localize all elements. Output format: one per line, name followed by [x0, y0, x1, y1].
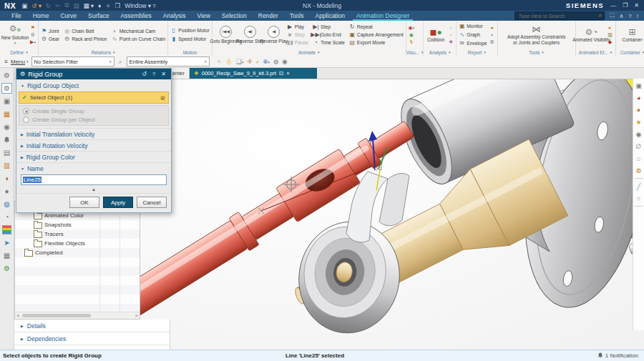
point-curve-chain-button[interactable]: ∿Point on Curve Chain [112, 35, 166, 43]
section-rigid-group-object[interactable]: ▼Rigid Group Object [16, 79, 171, 91]
zoom-icon[interactable]: ⌕ [256, 58, 260, 66]
tab-analysis[interactable]: Analysis [157, 11, 192, 21]
visu-path-icon[interactable]: ↯ [409, 39, 414, 45]
mic-icon[interactable]: ♦ [98, 2, 101, 9]
capture-arrangement-button[interactable]: ▣Capture Arrangement [349, 31, 404, 39]
analysis-c-icon[interactable]: ❖ [448, 39, 454, 45]
shade-icon[interactable]: ◉ [282, 58, 287, 65]
palette-icon[interactable] [1, 224, 12, 235]
tab-render[interactable]: Render [253, 11, 284, 21]
anim-ef-a-icon[interactable]: ▸ [608, 25, 613, 31]
visu-trace-icon[interactable]: ◉ [409, 32, 414, 38]
help-icon[interactable]: ? [628, 13, 631, 19]
tree-horizontal-scrollbar[interactable]: < > [15, 312, 140, 319]
cancel-button[interactable]: Cancel [137, 197, 167, 208]
drop-icon[interactable]: ● [634, 105, 643, 114]
tab-close-icon[interactable]: × [286, 70, 289, 76]
window-layout-icon[interactable]: ❒ [115, 2, 121, 9]
visu-spin-icon[interactable]: ◉▾ [409, 25, 414, 31]
cut-icon[interactable]: ✂ [55, 2, 60, 9]
highlight-icon[interactable]: ✦ [217, 58, 222, 65]
point-target-icon[interactable]: ⊕ [160, 94, 165, 102]
line-tool-icon[interactable]: ╱ [634, 182, 643, 191]
dialog-collapse-handle[interactable]: ▲ [16, 187, 171, 193]
export-movie-button[interactable]: ▤Export Movie [349, 39, 404, 46]
checker-icon[interactable]: ▦ [1, 250, 12, 261]
ok-button[interactable]: OK [69, 197, 99, 208]
notification-area[interactable]: 1 Notification [597, 352, 644, 359]
dialog-close-icon[interactable]: ✕ [160, 71, 167, 77]
select-object-row[interactable]: ✓ Select Object (1) ⊕ [19, 92, 169, 104]
pin-icon[interactable]: ⊡ [279, 70, 283, 76]
scope-icon[interactable]: ⌕ [117, 59, 124, 65]
tab-selection[interactable]: Selection [216, 11, 253, 21]
dialog-reset-icon[interactable]: ↺ [140, 71, 148, 77]
step-button[interactable]: ▶|Step [313, 23, 345, 31]
gear-add-icon[interactable]: ⚙ [634, 166, 643, 175]
define-flag-icon[interactable]: ⚑ [30, 25, 36, 31]
scroll-right-icon[interactable]: > [133, 313, 140, 318]
tree-item-flexible-objects[interactable]: Flexible Objects [15, 239, 140, 248]
name-input[interactable]: Line25 [21, 174, 167, 185]
scroll-thumb[interactable] [22, 314, 91, 317]
report-a-icon[interactable]: ● [489, 25, 495, 31]
tree-item-tracers[interactable]: Tracers [15, 229, 140, 239]
tab-tools[interactable]: Tools [284, 11, 310, 21]
selection-scope-combo[interactable]: Entire Assembly▾ [127, 56, 210, 66]
filter-face-icon[interactable]: ❑▾ [236, 58, 243, 65]
section-initial-rotation-velocity[interactable]: ▶Initial Rotation Velocity [16, 139, 171, 151]
create-single-group-radio[interactable]: Create Single Group [23, 108, 165, 114]
search-icon[interactable]: ⌕ [598, 12, 601, 19]
eye-off-icon[interactable]: ∅ [634, 142, 643, 151]
globe-icon[interactable]: ◍ [1, 199, 12, 209]
pause-button[interactable]: ▮▮Pause [287, 39, 308, 46]
envelope-button[interactable]: ✉Envelope [459, 39, 487, 47]
part-tool-icon[interactable]: ▣ [634, 81, 643, 90]
container-button[interactable]: ⊞ Container [618, 28, 644, 42]
anim-ef-b-icon[interactable]: ▥ [608, 32, 613, 38]
minimize-ribbon-icon[interactable]: ∧ [619, 13, 623, 19]
tab-file[interactable]: File [6, 11, 27, 21]
repeat-button[interactable]: ↻Repeat [349, 23, 404, 31]
define-gear-icon[interactable]: ⚙ [30, 32, 36, 38]
joint-button[interactable]: ⚑Joint [41, 27, 59, 35]
render-style-icon[interactable]: ◍ [273, 58, 278, 65]
cursor-icon[interactable]: ➤ [1, 237, 12, 248]
apply-button[interactable]: Apply [103, 197, 133, 208]
adopt-constraints-button[interactable]: ⋈ Adopt Assembly Constraints or Joints a… [500, 25, 573, 45]
touch-icon[interactable]: ✧ [105, 2, 110, 9]
house-icon[interactable]: ⌂ [634, 154, 643, 163]
assembly-icon[interactable]: ▦ [1, 109, 12, 119]
tab-view[interactable]: View [192, 11, 216, 21]
tree-item-completed[interactable]: Completed [15, 248, 140, 257]
window-menu[interactable]: Window ▾ ▿ [125, 2, 156, 9]
add-icon[interactable]: ⊕▾ [263, 58, 270, 65]
reverse-play-button[interactable]: ◀ Reverse Play [263, 26, 285, 44]
part-box-icon[interactable]: ▣ [1, 96, 12, 107]
tab-curve[interactable]: Curve [54, 11, 82, 21]
clock-icon[interactable]: ◔ [1, 212, 12, 222]
crate-icon[interactable]: ▥ [1, 160, 12, 171]
tab-assemblies[interactable]: Assemblies [114, 11, 157, 21]
tab-application[interactable]: Application [309, 11, 351, 21]
position-motor-button[interactable]: ▯Position Motor [170, 26, 209, 34]
hand-icon[interactable]: ✋ [225, 58, 233, 65]
pie-chart-icon[interactable]: ◕ [634, 93, 643, 102]
circle-tool-icon[interactable]: ○ [634, 194, 643, 203]
graph-button[interactable]: ∿Graph [459, 31, 487, 39]
chain-belt-button[interactable]: ◎Chain Belt [64, 27, 107, 35]
stop-button[interactable]: ■Stop [287, 31, 308, 39]
star-icon[interactable]: ★ [634, 117, 643, 127]
analysis-b-icon[interactable]: ▫ [448, 32, 454, 38]
section-initial-translation-velocity[interactable]: ▶Initial Translation Velocity [16, 128, 171, 139]
speed-motor-button[interactable]: ▮Speed Motor [170, 35, 209, 43]
eye-icon[interactable]: ◉ [634, 129, 643, 139]
snap-point-icon[interactable]: ✢ [247, 58, 252, 65]
selection-filter-combo[interactable]: No Selection Filter▾ [31, 56, 114, 66]
horn-icon[interactable]: ◖ [1, 173, 12, 184]
animated-visibility-button[interactable]: ⚙◔ Animated Visibility [578, 28, 605, 42]
tab-animation-designer[interactable]: Animation Designer [351, 11, 415, 21]
reverse-step-button[interactable]: ◀| Reverse Step [240, 26, 261, 44]
paste-icon[interactable]: ▤ [73, 2, 79, 9]
new-solution-button[interactable]: ⚙⊕ New Solution▾ [2, 24, 28, 46]
